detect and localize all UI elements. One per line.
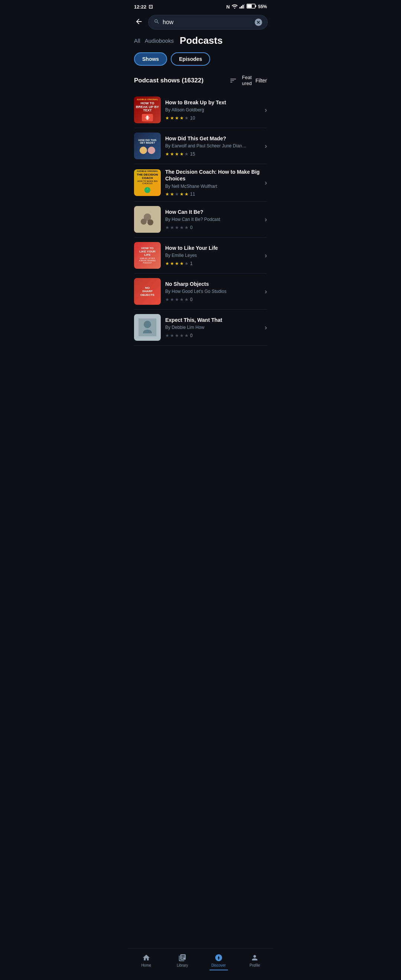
bottom-nav: Home Library Discover Profile [128, 948, 273, 980]
podcast-thumb-7 [134, 314, 161, 341]
battery-pct: 55% [258, 4, 267, 9]
podcast-item-3[interactable]: AUDIBLE ORIGINAL THE DECISION COACH HOW … [134, 164, 267, 202]
podcast-rating-5: ★ ★ ★ ★ ★ 1 [165, 261, 260, 266]
svg-rect-2 [241, 6, 242, 8]
podcast-author-4: By How Can It Be? Podcast [165, 217, 260, 223]
podcast-title-1: How to Break Up by Text [165, 99, 260, 106]
chevron-icon-5: › [265, 252, 267, 259]
filter-buttons: Shows Episodes [128, 50, 273, 71]
search-bar[interactable] [148, 15, 268, 30]
time: 12:22 [134, 4, 146, 10]
svg-point-12 [141, 219, 146, 224]
podcast-item-2[interactable]: HOW DID THIS GET MADE? How Did This Get … [134, 128, 267, 164]
podcast-rating-3: ★ ★ ★ ★ ★ 11 [165, 191, 260, 197]
podcast-item-1[interactable]: AUDIBLE ORIGINAL HOW TO BREAK UP BY TEXT… [134, 92, 267, 128]
featured-button[interactable]: Featured [242, 75, 252, 86]
podcast-title-4: How Can It Be? [165, 208, 260, 215]
sort-button[interactable] [228, 75, 239, 86]
podcast-item-7[interactable]: Expect This, Want That By Debbie Lim How… [134, 310, 267, 345]
podcast-rating-1: ★ ★ ★ ★ ★ 10 [165, 115, 260, 121]
nav-profile[interactable]: Profile [237, 951, 273, 972]
status-bar: 12:22 ⊡ N [128, 0, 273, 12]
podcast-author-3: By Nell McShane Wulfhart [165, 184, 260, 190]
podcast-title-6: No Sharp Objects [165, 281, 260, 287]
podcast-thumb-1: AUDIBLE ORIGINAL HOW TO BREAK UP BY TEXT [134, 97, 161, 123]
svg-rect-3 [242, 5, 243, 8]
podcast-author-7: By Debbie Lim How [165, 325, 260, 331]
filter-button[interactable]: Filter [255, 78, 267, 84]
svg-rect-1 [239, 7, 240, 8]
home-icon [142, 954, 150, 962]
podcast-title-3: The Decision Coach: How to Make Big Choi… [165, 169, 260, 182]
nfc-icon: N [226, 4, 230, 10]
discover-icon [215, 954, 223, 962]
back-button[interactable] [133, 16, 145, 29]
podcast-item-5[interactable]: HOW TO LIKE YOUR LIFE EMILIE LEYES A BRA… [134, 237, 267, 274]
podcast-item-4[interactable]: How Can It Be? By How Can It Be? Podcast… [134, 202, 267, 237]
svg-point-0 [234, 8, 235, 8]
podcast-info-1: How to Break Up by Text By Allison Goldb… [165, 99, 260, 121]
podcast-info-6: No Sharp Objects By How Good Let's Go St… [165, 281, 260, 302]
wifi-icon [232, 4, 238, 10]
podcast-info-5: How to Like Your Life By Emilie Leyes ★ … [165, 245, 260, 266]
nav-discover[interactable]: Discover [200, 951, 237, 972]
sync-icon: ⊡ [148, 4, 153, 10]
podcast-title-7: Expect This, Want That [165, 317, 260, 323]
nav-library-label: Library [177, 963, 188, 967]
chevron-icon-3: › [265, 179, 267, 187]
status-right: N [226, 4, 267, 10]
podcast-rating-7: ★ ★ ★ ★ ★ 0 [165, 333, 260, 338]
podcast-info-3: The Decision Coach: How to Make Big Choi… [165, 169, 260, 197]
podcast-author-1: By Allison Goldberg [165, 107, 260, 113]
battery [247, 4, 256, 10]
chevron-icon-2: › [265, 142, 267, 150]
svg-point-13 [147, 220, 153, 225]
tab-audiobooks[interactable]: Audiobooks [145, 36, 174, 45]
podcast-author-5: By Emilie Leyes [165, 253, 260, 259]
section-header: Podcast shows (16322) Featured Filter [128, 71, 273, 92]
nav-library[interactable]: Library [164, 951, 201, 972]
podcast-rating-4: ★ ★ ★ ★ ★ 0 [165, 225, 260, 230]
podcast-title-2: How Did This Get Made? [165, 135, 260, 142]
tab-all[interactable]: All [134, 36, 140, 45]
podcast-thumb-4 [134, 206, 161, 233]
chevron-icon-6: › [265, 288, 267, 296]
nav-discover-label: Discover [211, 963, 226, 967]
search-bar-container [128, 12, 273, 33]
clear-button[interactable] [255, 19, 262, 26]
chevron-icon-7: › [265, 324, 267, 331]
svg-rect-7 [255, 5, 256, 7]
nav-profile-label: Profile [250, 963, 260, 967]
library-icon [178, 954, 186, 962]
podcast-title-5: How to Like Your Life [165, 245, 260, 251]
nav-home-label: Home [141, 963, 151, 967]
profile-icon [251, 954, 259, 962]
search-icon [154, 19, 160, 26]
svg-rect-9 [146, 115, 148, 120]
podcast-info-7: Expect This, Want That By Debbie Lim How… [165, 317, 260, 338]
podcast-list: AUDIBLE ORIGINAL HOW TO BREAK UP BY TEXT… [128, 92, 273, 345]
status-left: 12:22 ⊡ [134, 4, 153, 10]
podcast-rating-6: ★ ★ ★ ★ ★ 0 [165, 297, 260, 302]
nav-active-indicator [209, 970, 228, 970]
podcast-thumb-3: AUDIBLE ORIGINAL THE DECISION COACH HOW … [134, 169, 161, 196]
podcast-rating-2: ★ ★ ★ ★ ★ 15 [165, 151, 260, 157]
chevron-icon-4: › [265, 216, 267, 223]
nav-home[interactable]: Home [128, 951, 164, 972]
svg-rect-4 [244, 4, 245, 8]
podcast-thumb-6: NOSHARPOBJECTS [134, 278, 161, 305]
filter-shows[interactable]: Shows [134, 52, 167, 66]
section-title: Podcast shows (16322) [134, 77, 224, 84]
podcast-author-2: By Earwolf and Paul Scheer June Dian… [165, 143, 260, 149]
podcast-thumb-5: HOW TO LIKE YOUR LIFE EMILIE LEYES A BRA… [134, 242, 161, 269]
podcast-info-4: How Can It Be? By How Can It Be? Podcast… [165, 208, 260, 230]
podcast-author-6: By How Good Let's Go Studios [165, 289, 260, 295]
filter-episodes[interactable]: Episodes [171, 52, 210, 66]
chevron-icon-1: › [265, 106, 267, 114]
category-tabs: All Audiobooks Podcasts [128, 33, 273, 50]
podcast-item-6[interactable]: NOSHARPOBJECTS No Sharp Objects By How G… [134, 274, 267, 310]
svg-point-15 [144, 321, 151, 328]
svg-rect-6 [247, 5, 252, 8]
tab-podcasts[interactable]: Podcasts [180, 35, 223, 46]
search-input[interactable] [162, 19, 252, 25]
